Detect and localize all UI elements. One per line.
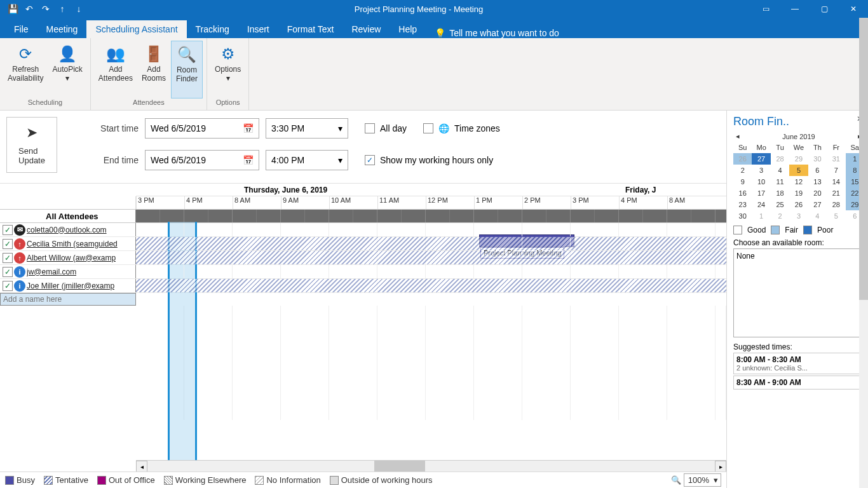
room-availability-legend: Good Fair Poor [733,226,864,234]
autopick-icon: 👤 [58,43,77,65]
send-update-button[interactable]: ➤ SendUpdate [6,117,57,173]
prev-month-icon[interactable]: ◂ [736,132,740,140]
all-attendees-row: All Attendees [0,209,726,223]
scroll-thumb[interactable] [374,461,425,471]
attendee-checkbox[interactable]: ✓ [3,281,13,291]
attendee-row: ✓ijw@email.com [0,265,726,279]
add-attendee-input[interactable] [0,293,136,306]
grid-body[interactable]: Project Planning Meeting All Attendees ✓… [0,209,726,460]
save-icon[interactable]: 💾 [5,1,20,17]
tab-meeting[interactable]: Meeting [37,20,87,38]
window-controls: ▭ — ▢ ✕ [751,0,868,18]
tab-insert[interactable]: Insert [238,20,278,38]
attendee-checkbox[interactable]: ✓ [3,239,13,249]
group-options: ⚙ Options▾ Options [207,38,249,110]
add-attendees-button[interactable]: 👥 Add Attendees [95,41,137,98]
attendee-row: ✓iJoe Miller (jmiller@examp [0,279,726,293]
add-attendees-icon: 👥 [106,43,125,65]
close-icon[interactable]: ✕ [839,0,868,18]
schedule-header: ➤ SendUpdate Start time Wed 6/5/2019📅 3:… [0,111,726,183]
undo-icon[interactable]: ↶ [22,1,37,17]
room-list[interactable]: None [733,248,864,337]
end-time-label: End time [62,155,139,165]
suggested-time-slot[interactable]: 8:30 AM - 9:00 AM [733,376,864,390]
optional-status-icon: i [14,266,25,278]
suggested-times: Suggested times: 8:00 AM - 8:30 AM 2 unk… [733,342,864,390]
attendee-row: ✓↑Albert Willow (aw@examp [0,251,726,265]
end-time-input[interactable]: 4:00 PM▾ [266,150,348,170]
lightbulb-icon: 💡 [435,28,445,38]
start-date-input[interactable]: Wed 6/5/2019📅 [145,118,259,139]
mini-calendar[interactable]: ◂ June 2019 ▸ SuMoTuWeThFrSa 26272829303… [733,131,864,222]
down-arrow-icon[interactable]: ↓ [71,1,86,17]
up-arrow-icon[interactable]: ↑ [55,1,70,17]
refresh-icon: ⟳ [19,43,32,65]
zoom-select[interactable]: 100% ▾ [684,473,721,487]
ribbon-tabs: File Meeting Scheduling Assistant Tracki… [0,18,868,38]
hour-header: 3 PM 4 PM 8 AM 9 AM 10 AM 11 AM 12 PM 1 … [0,196,726,209]
chevron-down-icon: ▾ [714,475,718,485]
chevron-down-icon: ▾ [338,123,342,133]
maximize-icon[interactable]: ▢ [810,0,839,18]
room-finder-icon: 🔍 [177,44,196,65]
send-icon: ➤ [26,125,37,141]
required-status-icon: ↑ [14,252,25,264]
panel-scrollbar[interactable] [859,18,868,488]
minimize-icon[interactable]: — [780,0,810,18]
time-zones-checkbox[interactable] [423,123,433,133]
all-day-checkbox[interactable] [365,123,375,133]
scroll-left-icon[interactable]: ◂ [136,461,147,472]
tab-help[interactable]: Help [390,20,426,38]
quick-access-toolbar: 💾 ↶ ↷ ↑ ↓ [0,1,86,17]
options-button[interactable]: ⚙ Options▾ [211,41,245,98]
autopick-button[interactable]: 👤 AutoPick▾ [48,41,86,98]
calendar-icon: 📅 [243,155,254,165]
legend-bar: Busy Tentative Out of Office Working Els… [0,471,726,488]
tab-tracking[interactable]: Tracking [187,20,238,38]
attendee-row: ✓✉coletta00@outlook.com [0,223,726,237]
globe-icon: 🌐 [438,123,449,133]
main-panel: ➤ SendUpdate Start time Wed 6/5/2019📅 3:… [0,111,727,488]
add-rooms-icon: 🚪 [144,43,163,65]
tab-format-text[interactable]: Format Text [278,20,343,38]
refresh-availability-button[interactable]: ⟳ Refresh Availability [4,41,47,98]
ribbon: ⟳ Refresh Availability 👤 AutoPick▾ Sched… [0,38,868,111]
working-hours-checkbox[interactable]: ✓ [365,155,375,165]
day-header: Thursday, June 6, 2019 Friday, J [136,184,726,196]
title-bar: 💾 ↶ ↷ ↑ ↓ Project Planning Meeting - Mee… [0,0,868,18]
tab-review[interactable]: Review [342,20,390,38]
gear-icon: ⚙ [221,43,235,65]
attendee-checkbox[interactable]: ✓ [3,267,13,277]
room-finder-panel: Room Fin.. ▾ ✕ ◂ June 2019 ▸ SuMoTuWeThF… [727,111,868,488]
attendee-checkbox[interactable]: ✓ [3,253,13,263]
choose-room-label: Choose an available room: [733,238,864,247]
start-time-input[interactable]: 3:30 PM▾ [266,118,348,139]
chevron-down-icon: ▾ [338,155,342,165]
attendee-checkbox[interactable]: ✓ [3,225,13,235]
scroll-right-icon[interactable]: ▸ [715,461,726,472]
room-finder-button[interactable]: 🔍 Room Finder [171,41,203,98]
ribbon-display-icon[interactable]: ▭ [751,0,780,18]
room-finder-title: Room Fin.. ▾ [733,114,864,128]
horizontal-scrollbar[interactable]: ◂ ▸ [136,460,726,471]
window-title: Project Planning Meeting - Meeting [86,4,751,14]
attendee-row: ✓↑Cecilia Smith (seamguided [0,237,726,251]
start-time-label: Start time [62,123,139,133]
tab-scheduling-assistant[interactable]: Scheduling Assistant [86,20,186,38]
tab-file[interactable]: File [5,20,37,38]
empty-grid[interactable] [136,306,726,420]
tell-me-search[interactable]: 💡 Tell me what you want to do [435,28,559,38]
search-icon[interactable]: 🔍 [671,475,681,485]
organizer-status-icon: ✉ [14,224,25,236]
add-rooms-button[interactable]: 🚪 Add Rooms [138,41,170,98]
tell-me-label: Tell me what you want to do [449,28,559,38]
suggested-time-slot[interactable]: 8:00 AM - 8:30 AM 2 unknown: Cecilia S..… [733,353,864,374]
scheduling-grid: Thursday, June 6, 2019 Friday, J 3 PM 4 … [0,183,726,471]
redo-icon[interactable]: ↷ [38,1,53,17]
content-area: ➤ SendUpdate Start time Wed 6/5/2019📅 3:… [0,111,868,488]
end-date-input[interactable]: Wed 6/5/2019📅 [145,150,259,170]
group-attendees: 👥 Add Attendees 🚪 Add Rooms 🔍 Room Finde… [91,38,207,110]
required-status-icon: ↑ [14,238,25,250]
group-scheduling: ⟳ Refresh Availability 👤 AutoPick▾ Sched… [0,38,91,110]
optional-status-icon: i [14,280,25,292]
